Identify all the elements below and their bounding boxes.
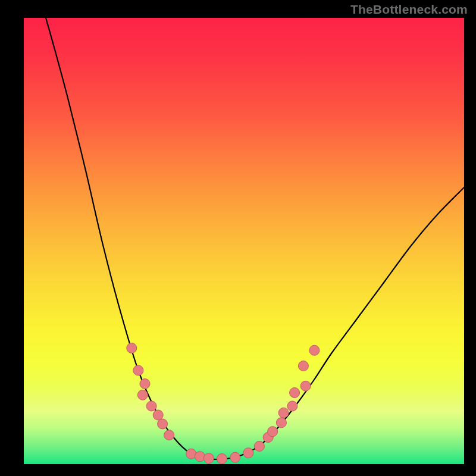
data-marker (278, 408, 289, 418)
data-marker (276, 418, 286, 428)
data-marker (268, 427, 278, 437)
bottleneck-curve (46, 18, 464, 459)
data-marker (140, 379, 150, 389)
data-marker (290, 388, 300, 398)
data-marker (127, 343, 137, 353)
data-marker (158, 419, 168, 429)
watermark-text: TheBottleneck.com (350, 2, 468, 17)
data-marker (287, 401, 298, 411)
data-marker (230, 452, 240, 462)
data-markers (127, 343, 320, 464)
plot-area (24, 18, 464, 464)
data-marker (164, 430, 174, 440)
data-marker (243, 448, 253, 458)
data-marker (309, 345, 320, 355)
data-marker (298, 361, 308, 371)
chart-svg (24, 18, 464, 464)
data-marker (195, 452, 205, 462)
data-marker (203, 453, 214, 464)
data-marker (133, 365, 143, 375)
chart-frame: TheBottleneck.com (0, 0, 476, 476)
data-marker (153, 410, 163, 420)
data-marker (137, 390, 148, 400)
data-marker (146, 401, 156, 411)
data-marker (300, 381, 311, 391)
data-marker (254, 441, 264, 452)
data-marker (217, 454, 227, 464)
